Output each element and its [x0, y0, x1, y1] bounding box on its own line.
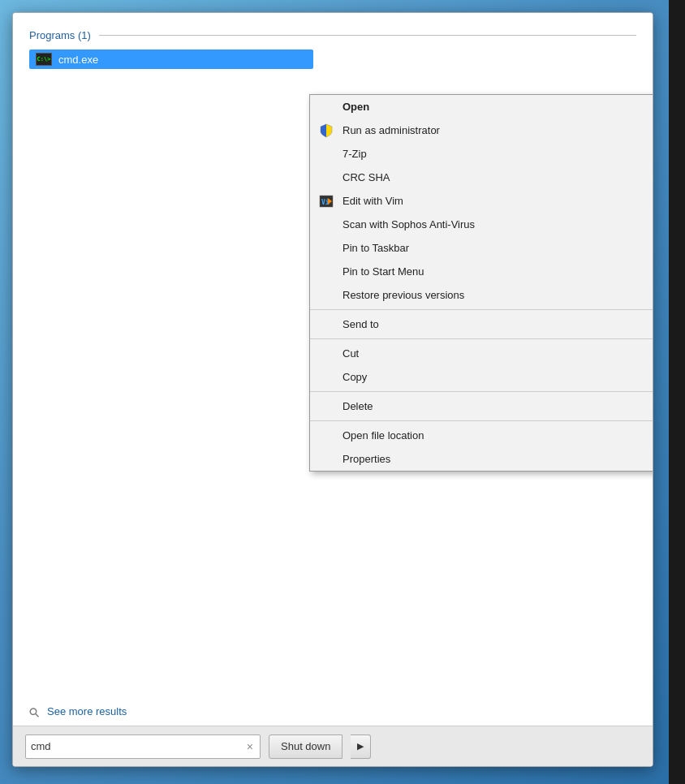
menu-item-icon-properties — [318, 451, 334, 467]
menu-item-icon-send-to — [318, 317, 334, 333]
menu-item-label-open-file-loc: Open file location — [342, 429, 424, 442]
search-result-cmd[interactable]: C:\> cmd.exe — [29, 50, 313, 69]
context-menu-item-copy[interactable]: Copy — [310, 365, 653, 389]
context-menu-item-open-file-loc[interactable]: Open file location — [310, 424, 653, 447]
context-menu-item-7zip[interactable]: 7-Zip▶ — [310, 142, 653, 166]
clear-icon: × — [247, 740, 253, 753]
see-more-label: See more results — [47, 705, 127, 717]
search-input[interactable] — [31, 740, 245, 752]
shutdown-arrow-icon: ▶ — [357, 741, 364, 751]
programs-title: Programs (1) — [29, 29, 91, 41]
menu-item-icon-7zip — [318, 146, 334, 162]
context-menu-separator — [310, 391, 653, 392]
start-menu: Programs (1) C:\> cmd.exe See more resul… — [12, 12, 653, 767]
menu-item-icon-run-as-admin — [318, 123, 334, 139]
context-menu-separator — [310, 338, 653, 339]
menu-item-label-7zip: 7-Zip — [342, 148, 367, 160]
search-icon — [29, 704, 42, 717]
context-menu-item-pin-taskbar[interactable]: Pin to Taskbar — [310, 236, 653, 260]
menu-item-label-delete: Delete — [342, 400, 373, 412]
context-menu-item-properties[interactable]: Properties — [310, 447, 653, 471]
menu-item-label-restore-versions: Restore previous versions — [342, 289, 464, 301]
shield-svg — [319, 123, 334, 138]
menu-item-label-pin-start: Pin to Start Menu — [342, 265, 424, 278]
menu-item-label-edit-vim: Edit with Vim — [342, 195, 403, 207]
context-menu-item-edit-vim[interactable]: Vi Edit with Vim — [310, 189, 653, 213]
menu-item-icon-copy — [318, 369, 334, 386]
menu-item-icon-crc-sha — [318, 170, 334, 186]
menu-item-label-scan-sophos: Scan with Sophos Anti-Virus — [342, 218, 475, 230]
context-menu-item-delete[interactable]: Delete — [310, 394, 653, 418]
shutdown-button[interactable]: Shut down — [269, 734, 342, 759]
search-input-container: × — [25, 734, 261, 759]
right-panel — [669, 0, 685, 784]
menu-item-icon-pin-taskbar — [318, 240, 334, 256]
context-menu-item-scan-sophos[interactable]: Scan with Sophos Anti-Virus — [310, 213, 653, 236]
clear-search-button[interactable]: × — [245, 741, 255, 752]
menu-item-label-crc-sha: CRC SHA — [342, 171, 390, 183]
context-menu-item-crc-sha[interactable]: CRC SHA▶ — [310, 166, 653, 189]
cmd-label: cmd.exe — [58, 54, 98, 66]
context-menu-item-cut[interactable]: Cut — [310, 342, 653, 365]
menu-item-label-pin-taskbar: Pin to Taskbar — [342, 242, 409, 254]
vim-svg: Vi — [319, 194, 334, 209]
context-menu-item-send-to[interactable]: Send to▶ — [310, 312, 653, 336]
menu-item-icon-pin-start — [318, 264, 334, 280]
shutdown-label: Shut down — [281, 740, 330, 752]
see-more-results[interactable]: See more results — [29, 704, 127, 717]
context-menu-item-open[interactable]: Open — [310, 95, 653, 118]
menu-item-icon-open-file-loc — [318, 428, 334, 444]
context-menu-item-run-as-admin[interactable]: Run as administrator — [310, 118, 653, 142]
cmd-icon: C:\> — [36, 53, 52, 66]
context-menu-separator — [310, 420, 653, 421]
menu-item-icon-delete — [318, 398, 334, 415]
context-menu: Open Run as administrator7-Zip▶CRC SHA▶ … — [309, 94, 653, 472]
shutdown-arrow-button[interactable]: ▶ — [351, 734, 371, 759]
context-menu-item-restore-versions[interactable]: Restore previous versions — [310, 283, 653, 307]
context-menu-separator — [310, 309, 653, 310]
programs-section: Programs (1) C:\> cmd.exe — [13, 13, 653, 77]
menu-item-icon-restore-versions — [318, 287, 334, 304]
menu-item-label-send-to: Send to — [342, 318, 379, 330]
menu-item-label-open: Open — [342, 101, 369, 113]
menu-item-label-cut: Cut — [342, 347, 359, 360]
menu-item-icon-cut — [318, 346, 334, 362]
menu-item-label-run-as-admin: Run as administrator — [342, 124, 440, 136]
programs-header: Programs (1) — [29, 29, 636, 41]
menu-item-icon-edit-vim: Vi — [318, 193, 334, 209]
context-menu-item-pin-start[interactable]: Pin to Start Menu — [310, 260, 653, 283]
menu-item-label-copy: Copy — [342, 371, 367, 383]
menu-item-icon-open — [318, 99, 334, 115]
bottom-bar: × Shut down ▶ — [13, 726, 653, 766]
menu-item-icon-scan-sophos — [318, 217, 334, 233]
menu-item-label-properties: Properties — [342, 453, 390, 465]
